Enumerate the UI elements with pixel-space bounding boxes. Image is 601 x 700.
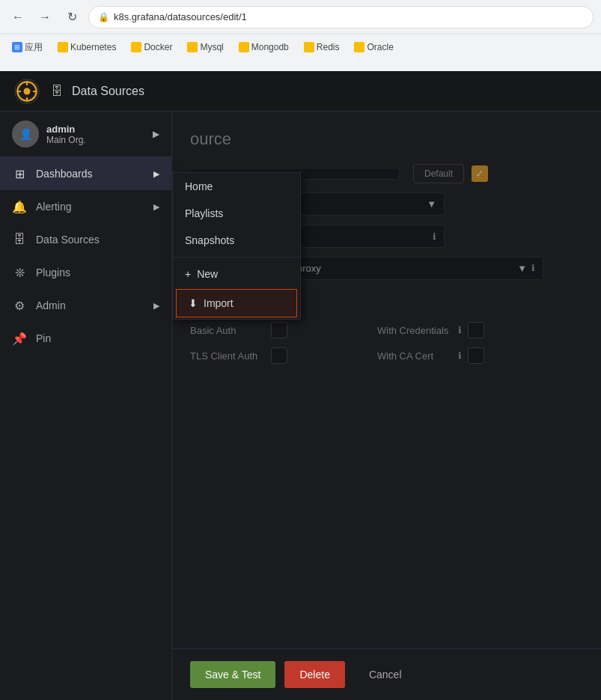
dropdown-home[interactable]: Home: [173, 173, 300, 200]
bookmark-redis[interactable]: Redis: [298, 40, 346, 55]
tls-client-auth-item: TLS Client Auth: [190, 347, 362, 364]
dropdown-playlists[interactable]: Playlists: [173, 200, 300, 227]
dashboards-dropdown: Home Playlists Snapshots + New ⬇ Import: [172, 172, 301, 320]
dashboards-arrow-icon: ▶: [153, 169, 159, 179]
oracle-icon: [354, 42, 364, 52]
playlists-label: Playlists: [185, 207, 223, 219]
dropdown-snapshots[interactable]: Snapshots: [173, 227, 300, 254]
access-controls: ▼ ℹ: [517, 263, 535, 274]
bookmark-kubernetes-label: Kubernetes: [70, 42, 116, 52]
bookmark-mysql-label: Mysql: [200, 42, 223, 52]
refresh-button[interactable]: ↻: [61, 7, 82, 28]
user-org: Main Org.: [46, 135, 145, 145]
bookmark-mongodb[interactable]: Mongodb: [233, 40, 295, 55]
with-credentials-label: With Credentials: [377, 325, 452, 336]
browser-chrome: ← → ↻ 🔒 k8s.grafana/datasources/edit/1 ⊞…: [0, 0, 601, 71]
bookmark-kubernetes[interactable]: Kubernetes: [52, 40, 122, 55]
bookmarks-bar: ⊞ 应用 Kubernetes Docker Mysql Mongodb Red…: [0, 34, 601, 60]
sidebar-item-datasources[interactable]: 🗄 Data Sources: [0, 223, 171, 256]
sidebar-user[interactable]: 👤 admin Main Org. ▶: [0, 112, 171, 157]
address-bar[interactable]: 🔒 k8s.grafana/datasources/edit/1: [88, 6, 594, 28]
basic-auth-checkbox[interactable]: [271, 322, 287, 338]
sidebar-item-pin[interactable]: 📌 Pin: [0, 322, 171, 355]
dropdown-import[interactable]: ⬇ Import: [176, 289, 297, 317]
bookmark-apps-label: 应用: [25, 41, 43, 54]
sidebar-item-plugins[interactable]: ❊ Plugins: [0, 256, 171, 289]
bookmark-docker-label: Docker: [144, 42, 172, 52]
page-title-partial: ource: [190, 130, 583, 149]
admin-icon: ⚙: [12, 298, 27, 313]
new-icon: +: [185, 268, 191, 280]
avatar-icon: 👤: [19, 128, 32, 140]
delete-button[interactable]: Delete: [284, 661, 344, 688]
dashboards-icon: ⊞: [12, 166, 27, 181]
docker-icon: [131, 42, 141, 52]
access-info-icon: ℹ: [531, 263, 535, 274]
dropdown-new[interactable]: + New: [173, 261, 300, 287]
default-checkbox[interactable]: ✓: [472, 165, 488, 182]
snapshots-label: Snapshots: [185, 234, 234, 246]
grafana-logo[interactable]: [12, 76, 42, 106]
sidebar-item-alerting[interactable]: 🔔 Alerting ▶: [0, 190, 171, 223]
alerting-arrow-icon: ▶: [153, 202, 159, 212]
url-info-icon: ℹ: [433, 231, 436, 242]
basic-auth-item: Basic Auth: [190, 322, 362, 338]
access-select[interactable]: proxy ▼ ℹ: [289, 257, 543, 280]
bookmark-mysql[interactable]: Mysql: [181, 40, 229, 55]
app-container: 🗄 Data Sources 👤 admin Main Org. ▶ ⊞ Das…: [0, 71, 601, 700]
alerting-icon: 🔔: [12, 199, 27, 214]
back-button[interactable]: ←: [7, 7, 28, 28]
app-body: 👤 admin Main Org. ▶ ⊞ Dashboards ▶ 🔔 Ale…: [0, 112, 601, 700]
tls-auth-checkbox[interactable]: [271, 347, 287, 364]
with-credentials-checkbox[interactable]: [468, 322, 484, 338]
with-ca-cert-item: With CA Cert ℹ: [377, 347, 549, 364]
mysql-icon: [187, 42, 198, 52]
new-label: New: [197, 268, 218, 280]
sidebar: 👤 admin Main Org. ▶ ⊞ Dashboards ▶ 🔔 Ale…: [0, 112, 172, 700]
default-button[interactable]: Default: [413, 164, 464, 183]
lock-icon: 🔒: [98, 12, 109, 22]
ca-cert-checkbox[interactable]: [468, 347, 484, 364]
mongodb-icon: [239, 42, 249, 52]
cancel-button[interactable]: Cancel: [354, 661, 417, 688]
sidebar-item-dashboards[interactable]: ⊞ Dashboards ▶: [0, 157, 171, 190]
bookmark-apps[interactable]: ⊞ 应用: [6, 39, 49, 56]
save-test-button[interactable]: Save & Test: [190, 661, 275, 688]
plugins-icon: ❊: [12, 265, 27, 280]
bookmark-mongodb-label: Mongodb: [251, 42, 289, 52]
sidebar-alerting-label: Alerting: [36, 201, 144, 213]
import-icon: ⬇: [189, 297, 198, 309]
access-select-arrow-icon: ▼: [517, 263, 527, 274]
pin-icon: 📌: [12, 331, 27, 346]
ca-cert-info-icon: ℹ: [458, 350, 462, 361]
url-text: k8s.grafana/datasources/edit/1: [114, 11, 247, 22]
sidebar-item-label: Dashboards: [36, 168, 144, 180]
kubernetes-icon: [58, 42, 68, 52]
access-value: proxy: [297, 263, 321, 274]
user-arrow-icon: ▶: [153, 129, 159, 139]
database-icon: 🗄: [51, 85, 63, 98]
browser-nav: ← → ↻ 🔒 k8s.grafana/datasources/edit/1: [0, 0, 601, 34]
with-credentials-item: With Credentials ℹ: [377, 322, 549, 338]
admin-arrow-icon: ▶: [153, 301, 159, 311]
bookmark-redis-label: Redis: [317, 42, 340, 52]
basic-auth-label: Basic Auth: [190, 325, 265, 336]
sidebar-admin-label: Admin: [36, 299, 144, 311]
bookmark-oracle-label: Oracle: [367, 42, 393, 52]
bookmark-oracle[interactable]: Oracle: [348, 40, 399, 55]
bookmark-docker[interactable]: Docker: [125, 40, 178, 55]
user-name: admin: [46, 124, 145, 135]
bottom-bar: Save & Test Delete Cancel: [172, 648, 601, 700]
apps-icon: ⊞: [12, 42, 22, 52]
forward-button[interactable]: →: [34, 7, 55, 28]
redis-icon: [304, 42, 314, 52]
sidebar-plugins-label: Plugins: [36, 267, 159, 279]
page-header-title: Data Sources: [72, 85, 144, 98]
credentials-info-icon: ℹ: [458, 325, 462, 335]
type-select-arrow-icon: ▼: [427, 198, 436, 210]
sidebar-pin-label: Pin: [36, 332, 159, 344]
import-label: Import: [204, 297, 234, 309]
tls-auth-label: TLS Client Auth: [190, 350, 265, 362]
sidebar-item-admin[interactable]: ⚙ Admin ▶: [0, 289, 171, 322]
top-bar: 🗄 Data Sources: [0, 71, 601, 112]
